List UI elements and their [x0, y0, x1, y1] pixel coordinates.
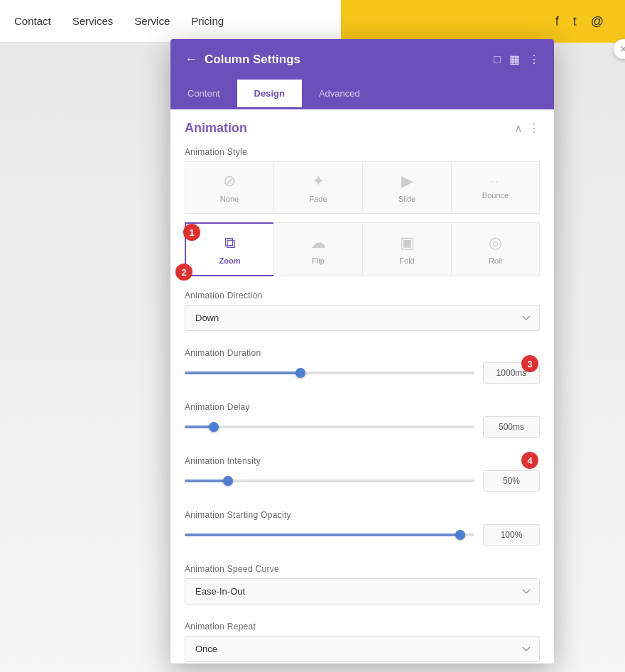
- roll-icon: ◎: [489, 234, 502, 252]
- animation-speed-curve-wrapper: Ease-In-Out Ease-In Ease-Out Linear: [170, 578, 554, 616]
- back-button[interactable]: ←: [185, 52, 197, 67]
- header-left: ← Column Settings: [185, 52, 300, 67]
- modal-body: Animation ∧ ⋮ Animation Style ⊘ None ✦ F…: [170, 109, 554, 663]
- anim-roll[interactable]: ◎ Roll: [451, 222, 540, 276]
- animation-style-label: Animation Style: [170, 141, 554, 161]
- opacity-badge: 4: [521, 452, 538, 469]
- fade-label: Fade: [309, 195, 327, 203]
- animation-delay-label: Animation Delay: [170, 396, 554, 416]
- animation-intensity-label: Animation Intensity: [170, 450, 554, 470]
- modal-title: Column Settings: [205, 53, 300, 67]
- animation-intensity-row: [185, 470, 540, 492]
- facebook-icon[interactable]: f: [555, 14, 559, 29]
- tab-advanced[interactable]: Advanced: [302, 80, 377, 109]
- animation-style-row1: ⊘ None ✦ Fade ▶ Slide ·· Bounce: [170, 161, 554, 222]
- zoom-label: Zoom: [219, 256, 241, 265]
- tab-content[interactable]: Content: [170, 80, 237, 109]
- fade-icon: ✦: [312, 172, 325, 190]
- animation-intensity-field: [170, 470, 554, 504]
- animation-delay-field: [170, 416, 554, 450]
- section-controls: ∧ ⋮: [514, 121, 540, 135]
- animation-style-row2: ⧉ Zoom ☁ Flip ▣ Fold ◎ Roll: [170, 222, 554, 285]
- zoom-badge: 1: [183, 224, 200, 241]
- anim-none[interactable]: ⊘ None: [185, 161, 273, 214]
- section-collapse-icon[interactable]: ∧: [514, 121, 523, 135]
- anim-bounce[interactable]: ·· Bounce: [451, 161, 540, 214]
- animation-opacity-track[interactable]: [185, 533, 474, 536]
- bounce-icon: ··: [491, 175, 500, 187]
- tab-design[interactable]: Design: [237, 80, 302, 109]
- animation-opacity-input[interactable]: [483, 524, 540, 546]
- delay-badge: 3: [521, 355, 538, 372]
- animation-repeat-wrapper: Once Loop Loop with Delay: [170, 636, 554, 663]
- nav-pricing[interactable]: Pricing: [191, 15, 224, 27]
- flip-label: Flip: [312, 256, 325, 265]
- animation-speed-curve-label: Animation Speed Curve: [170, 558, 554, 578]
- animation-intensity-input[interactable]: [483, 470, 540, 492]
- anim-fold[interactable]: ▣ Fold: [362, 222, 451, 276]
- animation-repeat-select[interactable]: Once Loop Loop with Delay: [185, 636, 540, 662]
- zoom-icon: ⧉: [224, 234, 236, 252]
- roll-label: Roll: [489, 256, 502, 265]
- animation-duration-field: [170, 362, 554, 396]
- animation-delay-input[interactable]: [483, 416, 540, 438]
- slide-icon: ▶: [401, 172, 413, 190]
- animation-section-title: Animation: [185, 121, 247, 136]
- header-right: □ ▦ ⋮: [494, 53, 540, 66]
- modal-tabs: Content Design Advanced: [170, 80, 554, 109]
- animation-direction-select[interactable]: Down Top Left Right Center: [185, 305, 540, 331]
- animation-starting-opacity-label: Animation Starting Opacity: [170, 504, 554, 524]
- animation-direction-wrapper: Down Top Left Right Center: [170, 305, 554, 342]
- animation-duration-track[interactable]: [185, 372, 474, 374]
- more-icon[interactable]: ⋮: [528, 53, 540, 66]
- none-label: None: [220, 195, 239, 203]
- animation-duration-label: Animation Duration: [170, 342, 554, 362]
- social-bar: f t @: [341, 0, 625, 43]
- slide-label: Slide: [398, 195, 415, 203]
- animation-direction-label: Animation Direction: [170, 285, 554, 305]
- column-settings-modal: ← Column Settings □ ▦ ⋮ Content Design A…: [170, 39, 554, 663]
- nav-service[interactable]: Service: [134, 15, 170, 27]
- animation-delay-track[interactable]: [185, 426, 474, 428]
- fold-icon: ▣: [400, 234, 415, 252]
- animation-delay-row: [185, 416, 540, 438]
- none-icon: ⊘: [223, 172, 236, 190]
- columns-icon[interactable]: ▦: [509, 53, 520, 66]
- nav-services[interactable]: Services: [72, 15, 114, 27]
- nav-contact[interactable]: Contact: [14, 15, 51, 27]
- fullscreen-icon[interactable]: □: [494, 53, 501, 66]
- twitter-icon[interactable]: t: [573, 14, 577, 29]
- fold-label: Fold: [399, 256, 414, 265]
- flip-icon: ☁: [310, 234, 326, 252]
- instagram-icon[interactable]: @: [591, 14, 604, 29]
- section-more-icon[interactable]: ⋮: [528, 121, 540, 135]
- bounce-label: Bounce: [482, 191, 509, 200]
- anim-flip[interactable]: ☁ Flip: [273, 222, 362, 276]
- direction-badge: 2: [175, 264, 192, 281]
- modal-header: ← Column Settings □ ▦ ⋮: [170, 39, 554, 80]
- animation-speed-curve-select[interactable]: Ease-In-Out Ease-In Ease-Out Linear: [185, 578, 540, 605]
- animation-duration-row: [185, 362, 540, 384]
- anim-slide[interactable]: ▶ Slide: [362, 161, 451, 214]
- anim-fade[interactable]: ✦ Fade: [273, 161, 362, 214]
- animation-intensity-track[interactable]: [185, 479, 474, 482]
- animation-section-header: Animation ∧ ⋮: [170, 109, 554, 141]
- animation-starting-opacity-field: [170, 524, 554, 558]
- animation-opacity-row: [185, 524, 540, 546]
- animation-repeat-label: Animation Repeat: [170, 616, 554, 636]
